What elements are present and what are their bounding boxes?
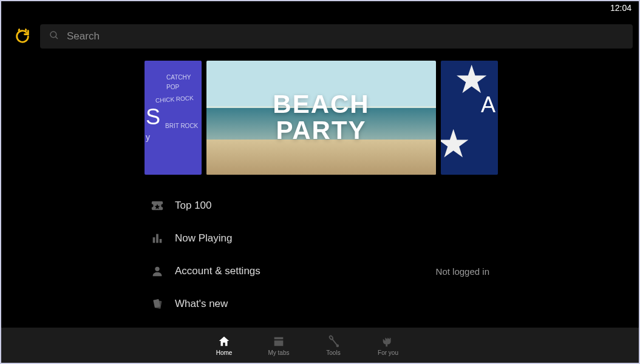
- bottom-nav: Home My tabs Tools For you: [1, 328, 639, 363]
- nav-label: For you: [378, 349, 398, 356]
- svg-rect-3: [156, 234, 158, 243]
- card-title-fragment: S: [146, 104, 160, 130]
- genre-tag: CHICK ROCK: [155, 93, 194, 106]
- clock: 12:04: [610, 3, 631, 13]
- login-status: Not logged in: [436, 266, 489, 277]
- status-bar: 12:04: [1, 1, 639, 15]
- nav-mytabs[interactable]: My tabs: [251, 335, 306, 356]
- nav-label: Home: [216, 349, 233, 356]
- svg-point-5: [155, 267, 159, 271]
- svg-line-1: [55, 36, 58, 39]
- menu-item-account[interactable]: Account & settings Not logged in: [151, 255, 489, 288]
- search-icon: [49, 30, 67, 43]
- svg-rect-2: [153, 237, 155, 243]
- menu-label: Now Playing: [175, 232, 489, 244]
- equalizer-icon: [151, 232, 175, 245]
- card-title-fragment: A: [481, 92, 495, 118]
- star-icon: ★: [441, 121, 471, 166]
- svg-rect-4: [160, 239, 162, 243]
- card-title: BEACH PARTY: [206, 61, 436, 175]
- menu-label: Top 100: [175, 200, 489, 212]
- search-input[interactable]: [67, 30, 624, 42]
- carousel-card-next[interactable]: ★ ★ A: [441, 61, 498, 175]
- content-area: CATCHY POP CHICK ROCK BRIT ROCK S y BEAC…: [1, 59, 639, 326]
- app-bar: [7, 22, 633, 51]
- home-menu: Top 100 Now Playing Account & settings N…: [1, 189, 639, 320]
- carousel-card-prev[interactable]: CATCHY POP CHICK ROCK BRIT ROCK S y: [145, 61, 202, 175]
- carousel-card-current[interactable]: BEACH PARTY: [206, 61, 436, 175]
- nav-tools[interactable]: Tools: [306, 335, 361, 356]
- genre-tag: CATCHY POP: [166, 73, 202, 92]
- ticket-star-icon: [151, 199, 175, 212]
- menu-item-whats-new[interactable]: What's new: [151, 288, 489, 320]
- menu-item-now-playing[interactable]: Now Playing: [151, 222, 489, 255]
- menu-item-top100[interactable]: Top 100: [151, 189, 489, 222]
- nav-home[interactable]: Home: [197, 335, 251, 356]
- menu-label: What's new: [175, 298, 489, 310]
- featured-carousel[interactable]: CATCHY POP CHICK ROCK BRIT ROCK S y BEAC…: [1, 61, 639, 176]
- card-subtitle-fragment: y: [146, 132, 150, 142]
- svg-line-9: [332, 339, 338, 345]
- cards-icon: [151, 297, 175, 311]
- genre-tag: BRIT ROCK: [165, 121, 198, 131]
- svg-point-0: [50, 32, 56, 38]
- search-box[interactable]: [40, 24, 633, 49]
- app-logo[interactable]: [13, 27, 32, 46]
- nav-label: My tabs: [268, 349, 289, 356]
- person-icon: [151, 265, 175, 278]
- nav-label: Tools: [326, 349, 340, 356]
- app-frame: { "status": { "time": "12:04" }, "search…: [0, 0, 640, 364]
- nav-foryou[interactable]: For you: [361, 335, 415, 356]
- menu-label: Account & settings: [175, 265, 436, 277]
- svg-point-10: [337, 345, 339, 346]
